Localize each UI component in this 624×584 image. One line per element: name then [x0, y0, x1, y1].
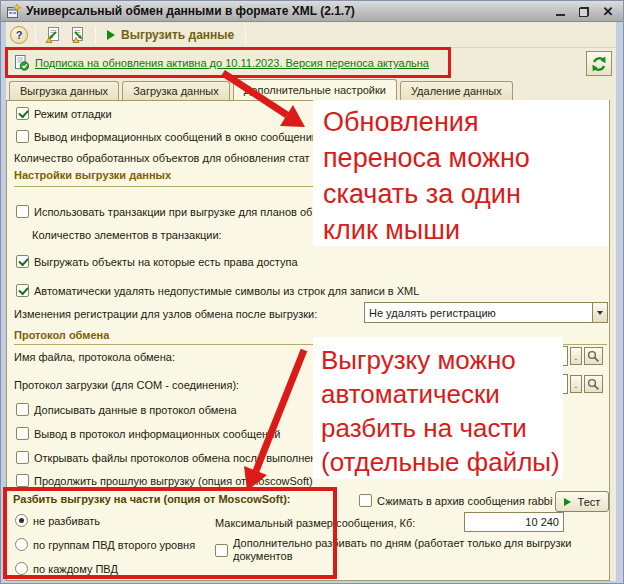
app-icon: [6, 4, 21, 19]
test-button-label: Тест: [578, 496, 601, 508]
annotation-line: клик мыши: [323, 212, 609, 246]
title-bar: Универсальный обмен данными в формате XM…: [1, 1, 623, 22]
run-export-button[interactable]: Выгрузить данные: [103, 25, 238, 45]
max-size-input[interactable]: 10 240: [464, 512, 564, 532]
annotation-line: автоматически: [321, 377, 563, 411]
checkbox-icon[interactable]: [16, 255, 29, 268]
magnifier-icon: [587, 378, 600, 391]
toolbar-separator: [245, 26, 246, 44]
toolbar: ?: [6, 22, 616, 48]
transaction-items-label: Количество элементов в транзакции:: [32, 229, 222, 241]
registration-changes-label: Изменения регистрации для узлов обмена п…: [14, 308, 317, 320]
dropdown-button[interactable]: [592, 303, 607, 322]
checkbox-debug-mode[interactable]: Режим отладки: [16, 107, 112, 120]
checkbox-label: Режим отладки: [34, 108, 112, 120]
protocol-group-title: Протокол обмена: [14, 329, 109, 341]
checkbox-icon[interactable]: [16, 474, 29, 487]
toolbar-separator: [95, 26, 96, 44]
question-icon: ?: [16, 29, 23, 41]
tab-export-data[interactable]: Выгрузка данных: [9, 81, 119, 100]
annotation-note-updates: Обновления переноса можно скачать за оди…: [313, 100, 609, 246]
checkbox-icon[interactable]: [16, 451, 29, 464]
toolbar-separator: [35, 26, 36, 44]
refresh-button[interactable]: [586, 51, 612, 76]
registration-dropdown[interactable]: Не удалять регистрацию: [364, 302, 608, 323]
save-settings-icon: [44, 26, 62, 44]
magnifier-icon: [587, 350, 600, 363]
checkbox-info-messages[interactable]: Вывод информационных сообщений в окно со…: [16, 130, 318, 143]
annotation-rect-banner: [5, 47, 451, 78]
play-icon: [107, 30, 115, 40]
window-title: Универсальный обмен данными в формате XM…: [26, 4, 553, 18]
annotation-line: разбить на части: [321, 411, 563, 445]
checkbox-use-transactions[interactable]: Использовать транзакции при выгрузке для…: [16, 205, 312, 218]
checkbox-export-with-rights[interactable]: Выгружать объекты на которые есть права …: [16, 255, 298, 268]
annotation-line: (отдельные файлы): [321, 445, 563, 479]
checkbox-compress-archive[interactable]: Сжимать в архив сообщения rabbit M: [359, 494, 555, 507]
tab-delete-data[interactable]: Удаление данных: [400, 81, 513, 100]
registration-dropdown-value: Не удалять регистрацию: [365, 307, 592, 319]
checkbox-label: Сжимать в архив сообщения rabbit M: [377, 495, 553, 507]
protocol-file-label: Имя файла, протокола обмена:: [14, 351, 175, 363]
checkbox-icon[interactable]: [16, 130, 29, 143]
checkbox-open-protocol-files[interactable]: Открывать файлы протоколов обмена после …: [16, 451, 316, 464]
checkbox-continue-export[interactable]: Продолжить прошлую выгрузку (опция от Mo…: [16, 474, 313, 487]
load-settings-icon: [69, 26, 87, 44]
checkbox-icon[interactable]: [16, 427, 29, 440]
checkbox-icon[interactable]: [16, 403, 29, 416]
checkbox-append-protocol[interactable]: Дописывать данные в протокол обмена: [16, 403, 237, 416]
minimize-button[interactable]: [553, 5, 567, 18]
checkbox-icon[interactable]: [359, 494, 372, 507]
restore-button[interactable]: [577, 5, 591, 18]
checkbox-icon[interactable]: [16, 284, 29, 297]
checkbox-label: Вывод в протокол информационных сообщени…: [34, 428, 280, 440]
save-settings-button[interactable]: [43, 25, 63, 45]
checkbox-auto-remove-invalid[interactable]: Автоматически удалять недопустимые симво…: [16, 284, 419, 297]
play-icon: [564, 498, 571, 506]
checkbox-icon[interactable]: [16, 205, 29, 218]
annotation-line: Обновления: [323, 104, 609, 140]
annotation-line: Выгрузку можно: [321, 343, 563, 377]
annotation-note-split: Выгрузку можно автоматически разбить на …: [313, 337, 563, 479]
processed-objects-label: Количество обработанных объектов для обн…: [14, 152, 310, 164]
tab-additional-settings[interactable]: Дополнительные настройки: [233, 79, 397, 100]
chevron-down-icon: [597, 311, 603, 315]
run-export-label: Выгрузить данные: [121, 28, 234, 42]
checkbox-label: Вывод информационных сообщений в окно со…: [34, 131, 318, 143]
load-settings-button[interactable]: [68, 25, 88, 45]
tab-import-data[interactable]: Загрузка данных: [122, 81, 230, 100]
checkbox-label: Продолжить прошлую выгрузку (опция от Mo…: [34, 475, 313, 487]
close-icon: ✕: [603, 5, 614, 18]
tab-strip: Выгрузка данных Загрузка данных Дополнит…: [6, 79, 616, 100]
checkbox-protocol-info[interactable]: Вывод в протокол информационных сообщени…: [16, 427, 280, 440]
annotation-line: скачать за один: [323, 176, 609, 212]
app-window: Универсальный обмен данными в формате XM…: [0, 0, 624, 584]
minimize-icon: [556, 14, 565, 16]
browse-file-button[interactable]: [584, 347, 603, 365]
checkbox-label: Использовать транзакции при выгрузке для…: [34, 206, 312, 218]
annotation-rect-split: [3, 487, 337, 579]
checkbox-label: Автоматически удалять недопустимые симво…: [34, 285, 419, 297]
checkbox-label: Дописывать данные в протокол обмена: [34, 404, 237, 416]
checkbox-label: Открывать файлы протоколов обмена после …: [34, 452, 316, 464]
annotation-line: переноса можно: [323, 140, 609, 176]
clear-field-button[interactable]: .: [570, 347, 582, 365]
restore-icon: [579, 7, 589, 17]
clear-field-button[interactable]: .: [570, 375, 582, 393]
export-settings-group-title: Настройки выгрузки данных: [14, 169, 171, 181]
refresh-icon: [590, 55, 608, 73]
close-button[interactable]: ✕: [601, 5, 615, 18]
checkbox-icon[interactable]: [16, 107, 29, 120]
protocol-com-label: Протокол загрузки (для COM - соединения)…: [14, 379, 239, 391]
checkbox-label: Выгружать объекты на которые есть права …: [34, 256, 298, 268]
help-button[interactable]: ?: [10, 26, 28, 44]
test-button[interactable]: Тест: [555, 491, 609, 512]
browse-file-button[interactable]: [584, 375, 603, 393]
